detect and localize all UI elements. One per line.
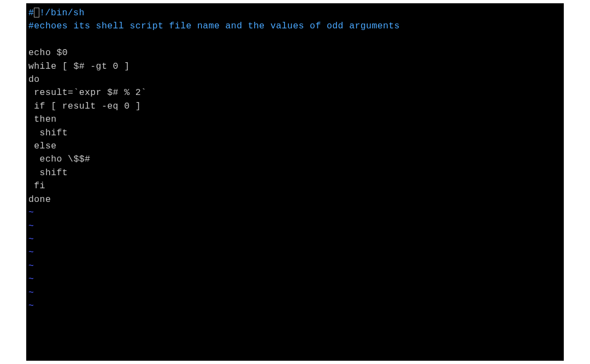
code-line: fi xyxy=(28,180,562,193)
shebang-rest: !/bin/sh xyxy=(39,8,84,18)
empty-line-marker: ~ xyxy=(28,220,562,233)
code-line: echo $0 xyxy=(28,46,562,59)
code-line: result=`expr $# % 2` xyxy=(28,86,562,99)
code-line: do xyxy=(28,73,562,86)
text-cursor xyxy=(34,8,39,17)
empty-line-marker: ~ xyxy=(28,260,562,273)
code-line: else xyxy=(28,140,562,153)
shebang-hash: # xyxy=(28,8,34,18)
empty-line-marker: ~ xyxy=(28,273,562,286)
code-line: shift xyxy=(28,127,562,140)
code-line: shift xyxy=(28,166,562,180)
empty-line-marker: ~ xyxy=(28,246,562,259)
empty-line-marker: ~ xyxy=(28,287,562,300)
code-line: #!/bin/sh xyxy=(28,7,562,20)
code-line xyxy=(28,33,562,46)
code-line: echo \$$# xyxy=(28,153,562,166)
terminal-editor[interactable]: #!/bin/sh #echoes its shell script file … xyxy=(26,3,564,361)
empty-line-marker: ~ xyxy=(28,300,562,313)
code-line: while [ $# -gt 0 ] xyxy=(28,60,562,73)
code-line: if [ result -eq 0 ] xyxy=(28,100,562,113)
code-line: #echoes its shell script file name and t… xyxy=(28,20,562,33)
empty-line-marker: ~ xyxy=(28,206,562,219)
empty-line-marker: ~ xyxy=(28,233,562,246)
code-line: then xyxy=(28,113,562,126)
code-line: done xyxy=(28,193,562,206)
